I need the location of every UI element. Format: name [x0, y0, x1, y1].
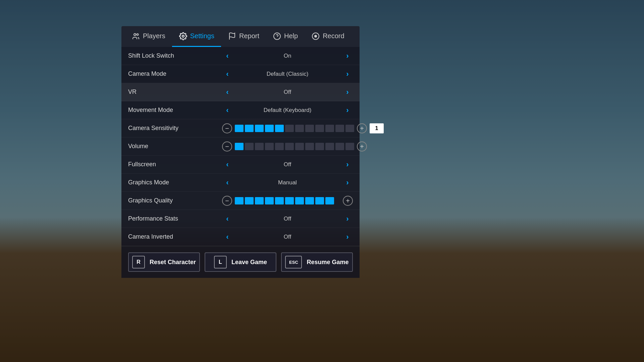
graphics-quality-control: − +	[222, 196, 353, 206]
slider-bar-5	[285, 143, 294, 150]
tab-help[interactable]: Help	[266, 26, 305, 47]
camera-inverted-value: Off	[237, 234, 338, 240]
vr-next[interactable]: ›	[342, 87, 353, 98]
camera-mode-prev[interactable]: ‹	[222, 69, 233, 79]
volume-minus[interactable]: −	[222, 141, 232, 152]
volume-plus[interactable]: +	[357, 141, 367, 152]
slider-bar-10	[335, 125, 344, 132]
graphics-quality-minus[interactable]: −	[222, 196, 232, 206]
movement-mode-value: Default (Keyboard)	[237, 107, 338, 114]
slider-bar-6	[295, 143, 304, 150]
camera-sensitivity-value: 1	[370, 123, 384, 133]
slider-bar-1	[245, 143, 254, 150]
graphics-mode-prev[interactable]: ‹	[222, 177, 233, 188]
camera-mode-label: Camera Mode	[128, 70, 222, 77]
graphics-quality-label: Graphics Quality	[128, 197, 222, 204]
volume-bars	[235, 143, 354, 150]
svg-point-7	[314, 35, 317, 38]
slider-bar-4	[275, 143, 284, 150]
slider-bar-5	[285, 197, 294, 204]
tab-players[interactable]: Players	[125, 26, 172, 47]
setting-fullscreen: Fullscreen ‹ Off ›	[121, 156, 360, 174]
svg-point-0	[134, 34, 136, 36]
tab-settings[interactable]: Settings	[172, 26, 221, 47]
graphics-mode-next[interactable]: ›	[342, 177, 353, 188]
setting-shift-lock: Shift Lock Switch ‹ On ›	[121, 47, 360, 65]
graphics-quality-bars	[235, 197, 340, 204]
tab-record[interactable]: Record	[305, 26, 351, 47]
setting-movement-mode: Movement Mode ‹ Default (Keyboard) ›	[121, 101, 360, 119]
reset-character-button[interactable]: R Reset Character	[128, 252, 200, 272]
slider-bar-0	[235, 197, 244, 204]
camera-inverted-label: Camera Inverted	[128, 233, 222, 240]
camera-sensitivity-label: Camera Sensitivity	[128, 125, 222, 132]
fullscreen-value: Off	[237, 161, 338, 168]
setting-graphics-quality: Graphics Quality − +	[121, 192, 360, 210]
setting-camera-mode: Camera Mode ‹ Default (Classic) ›	[121, 65, 360, 83]
fullscreen-control: ‹ Off ›	[222, 159, 353, 170]
menu-container: Players Settings Report	[121, 26, 360, 278]
fullscreen-label: Fullscreen	[128, 161, 222, 168]
setting-vr: VR ‹ Off ›	[121, 83, 360, 101]
slider-bar-9	[325, 143, 334, 150]
shift-lock-value: On	[237, 53, 338, 59]
fullscreen-prev[interactable]: ‹	[222, 159, 233, 170]
svg-point-2	[182, 35, 184, 37]
slider-bar-7	[305, 125, 314, 132]
movement-mode-label: Movement Mode	[128, 107, 222, 114]
performance-stats-prev[interactable]: ‹	[222, 214, 233, 224]
movement-mode-next[interactable]: ›	[342, 105, 353, 116]
reset-character-label: Reset Character	[150, 259, 196, 266]
slider-bar-11	[345, 143, 354, 150]
tab-report[interactable]: Report	[221, 26, 266, 47]
tab-settings-label: Settings	[190, 32, 214, 40]
slider-bar-8	[315, 125, 324, 132]
setting-graphics-mode: Graphics Mode ‹ Manual ›	[121, 174, 360, 192]
slider-bar-6	[295, 197, 304, 204]
svg-point-1	[137, 34, 139, 35]
slider-bar-2	[255, 143, 264, 150]
shift-lock-prev[interactable]: ‹	[222, 51, 233, 61]
slider-bar-3	[265, 125, 274, 132]
graphics-mode-value: Manual	[237, 179, 338, 186]
leave-game-button[interactable]: L Leave Game	[205, 252, 276, 272]
reset-key-badge: R	[132, 256, 145, 268]
leave-key-badge: L	[214, 256, 227, 268]
camera-inverted-prev[interactable]: ‹	[222, 232, 233, 242]
setting-camera-inverted: Camera Inverted ‹ Off ›	[121, 228, 360, 246]
slider-bar-1	[245, 125, 254, 132]
slider-bar-8	[315, 197, 324, 204]
camera-mode-next[interactable]: ›	[342, 69, 353, 79]
slider-bar-2	[255, 197, 264, 204]
performance-stats-next[interactable]: ›	[342, 214, 353, 224]
slider-bar-6	[295, 125, 304, 132]
camera-sensitivity-minus[interactable]: −	[222, 123, 232, 133]
camera-sensitivity-plus[interactable]: +	[357, 123, 367, 133]
settings-body: Shift Lock Switch ‹ On › Camera Mode ‹ D…	[121, 47, 360, 246]
slider-bar-5	[285, 125, 294, 132]
fullscreen-next[interactable]: ›	[342, 159, 353, 170]
setting-performance-stats: Performance Stats ‹ Off ›	[121, 210, 360, 228]
slider-bar-8	[315, 143, 324, 150]
slider-bar-7	[305, 143, 314, 150]
slider-bar-9	[325, 125, 334, 132]
slider-bar-1	[245, 197, 254, 204]
slider-bar-3	[265, 143, 274, 150]
tab-help-label: Help	[284, 32, 298, 40]
slider-bar-7	[305, 197, 314, 204]
graphics-quality-plus[interactable]: +	[343, 196, 353, 206]
volume-label: Volume	[128, 143, 222, 150]
camera-inverted-next[interactable]: ›	[342, 232, 353, 242]
vr-control: ‹ Off ›	[222, 87, 353, 98]
vr-label: VR	[128, 88, 222, 96]
vr-prev[interactable]: ‹	[222, 87, 233, 98]
graphics-mode-control: ‹ Manual ›	[222, 177, 353, 188]
resume-game-button[interactable]: ESC Resume Game	[281, 252, 353, 272]
resume-key-badge: ESC	[285, 256, 302, 268]
shift-lock-next[interactable]: ›	[342, 51, 353, 61]
tab-players-label: Players	[143, 32, 165, 40]
movement-mode-prev[interactable]: ‹	[222, 105, 233, 116]
slider-bar-0	[235, 125, 244, 132]
record-icon	[311, 32, 320, 41]
setting-volume: Volume − +	[121, 137, 360, 156]
